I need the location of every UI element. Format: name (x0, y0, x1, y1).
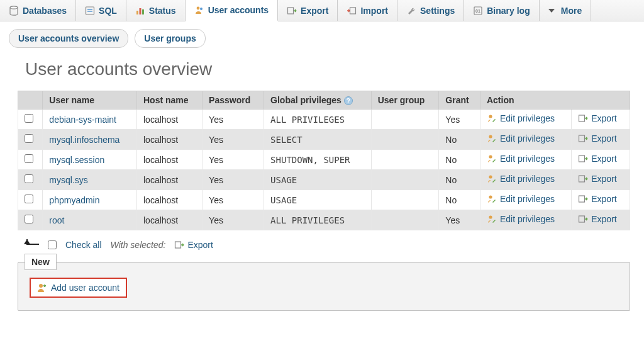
edit-privileges-link[interactable]: Edit privileges (487, 133, 555, 144)
svg-rect-1 (86, 7, 94, 14)
subtab-overview[interactable]: User accounts overview (9, 29, 128, 48)
row-checkbox[interactable] (25, 215, 33, 223)
svg-rect-23 (175, 242, 181, 248)
svg-point-6 (200, 8, 203, 10)
password-cell: Yes (203, 130, 264, 150)
row-export-label: Export (591, 154, 616, 164)
password-cell: Yes (203, 210, 264, 230)
edit-privileges-label: Edit privileges (500, 194, 555, 204)
add-user-account-link[interactable]: Add user account (30, 278, 127, 298)
row-export-label: Export (591, 194, 616, 204)
svg-point-15 (489, 155, 492, 159)
username-link[interactable]: root (49, 215, 64, 225)
edit-user-icon (487, 113, 497, 123)
edit-privileges-link[interactable]: Edit privileges (487, 194, 555, 204)
grant-cell: Yes (439, 210, 480, 230)
svg-point-5 (196, 7, 199, 10)
row-export-link[interactable]: Export (578, 113, 616, 123)
tab-settings[interactable]: Settings (397, 0, 464, 21)
tab-user-accounts[interactable]: User accounts (186, 0, 278, 21)
host-cell: localhost (136, 190, 202, 210)
new-fieldset: New Add user account (18, 262, 630, 311)
new-legend: New (25, 254, 57, 270)
group-cell (371, 210, 439, 230)
subtab-groups[interactable]: User groups (135, 29, 205, 48)
grant-cell: No (439, 190, 480, 210)
col-action: Action (480, 91, 630, 110)
col-user: User name (43, 91, 137, 110)
export-icon (578, 133, 588, 144)
priv-cell: SHUTDOWN, SUPER (264, 150, 372, 170)
row-checkbox[interactable] (25, 134, 33, 143)
svg-point-24 (39, 284, 43, 288)
edit-privileges-label: Edit privileges (500, 154, 555, 164)
table-footer: Check all With selected: Export (21, 239, 644, 251)
edit-user-icon (487, 214, 497, 224)
export-icon (287, 6, 297, 16)
username-link[interactable]: mysql.infoschema (49, 135, 119, 145)
tab-binary-log[interactable]: 01 Binary log (464, 0, 539, 21)
col-password: Password (203, 91, 264, 110)
edit-privileges-link[interactable]: Edit privileges (487, 154, 555, 164)
edit-privileges-link[interactable]: Edit privileges (487, 214, 555, 224)
edit-user-icon (487, 174, 497, 184)
tab-databases[interactable]: Databases (0, 0, 76, 21)
tab-sql[interactable]: SQL (76, 0, 126, 21)
edit-privileges-link[interactable]: Edit privileges (487, 113, 555, 123)
bulk-export-link[interactable]: Export (174, 240, 213, 250)
row-export-link[interactable]: Export (578, 154, 616, 164)
users-icon (194, 5, 204, 15)
export-icon (578, 214, 588, 224)
row-checkbox[interactable] (25, 114, 33, 123)
username-link[interactable]: phpmyadmin (49, 195, 99, 205)
svg-text:01: 01 (475, 9, 480, 13)
users-table: User name Host name Password Global priv… (18, 91, 630, 230)
password-cell: Yes (203, 190, 264, 210)
tab-sql-label: SQL (99, 6, 117, 16)
edit-user-icon (487, 154, 497, 164)
username-link[interactable]: debian-sys-maint (49, 115, 116, 125)
table-row: mysql.infoschemalocalhostYesSELECTNoEdit… (18, 130, 630, 150)
tab-export[interactable]: Export (278, 0, 338, 21)
row-checkbox[interactable] (25, 195, 33, 203)
host-cell: localhost (136, 210, 202, 230)
username-link[interactable]: mysql.session (49, 155, 104, 165)
export-icon (578, 194, 588, 204)
check-all-checkbox[interactable] (48, 240, 57, 249)
subtab-overview-label: User accounts overview (18, 33, 119, 43)
row-export-label: Export (591, 214, 616, 224)
tab-status[interactable]: Status (126, 0, 186, 21)
row-checkbox[interactable] (25, 154, 33, 163)
edit-privileges-link[interactable]: Edit privileges (487, 174, 555, 184)
col-grant: Grant (439, 91, 480, 110)
row-export-link[interactable]: Export (578, 214, 616, 224)
top-tabbar: Databases SQL Status User accounts Expor… (0, 0, 644, 21)
tab-status-label: Status (149, 6, 176, 16)
tab-import[interactable]: Import (338, 0, 397, 21)
priv-cell: ALL PRIVILEGES (264, 110, 372, 130)
group-cell (371, 150, 439, 170)
svg-rect-20 (579, 196, 585, 202)
username-link[interactable]: mysql.sys (49, 175, 87, 185)
subtab-row: User accounts overview User groups (0, 21, 644, 55)
arrow-select-icon (21, 239, 39, 251)
svg-rect-22 (579, 216, 585, 222)
row-checkbox[interactable] (25, 174, 33, 183)
svg-point-0 (10, 6, 18, 8)
export-icon (578, 154, 588, 164)
password-cell: Yes (203, 170, 264, 190)
row-export-link[interactable]: Export (578, 194, 616, 204)
help-icon[interactable]: ? (344, 96, 353, 105)
svg-point-19 (489, 196, 492, 199)
priv-cell: ALL PRIVILEGES (264, 210, 372, 230)
bulk-export-label: Export (187, 240, 213, 250)
edit-user-icon (487, 194, 497, 204)
table-row: phpmyadminlocalhostYesUSAGENoEdit privil… (18, 190, 630, 210)
check-all-link[interactable]: Check all (65, 240, 102, 250)
tab-more[interactable]: More (540, 0, 591, 21)
row-export-link[interactable]: Export (578, 174, 616, 184)
priv-cell: SELECT (264, 130, 372, 150)
row-export-label: Export (591, 174, 616, 184)
host-cell: localhost (136, 150, 202, 170)
row-export-link[interactable]: Export (578, 133, 616, 144)
